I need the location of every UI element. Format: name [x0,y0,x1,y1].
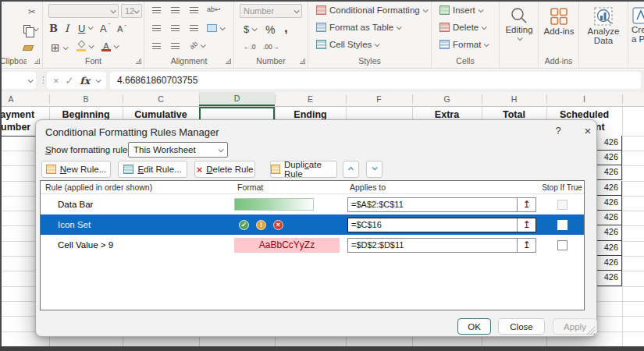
applies-cell: =$C$16↥ [347,218,540,232]
create-pdf-icon [632,6,644,25]
applies-to-input[interactable]: =$A$2:$C$11↥ [347,197,536,212]
move-up-button[interactable] [343,161,359,178]
insert-function-icon[interactable]: fx [80,75,90,87]
range-selector-button[interactable]: ↥ [517,198,535,211]
font-color-button[interactable]: A [101,41,118,51]
editing-button[interactable]: Editing [503,6,535,41]
ribbon: ✂ Clipboard 12 B I U Aˆ Aˇ ⊞ A Font ab↩ [0,0,644,69]
column-header-G[interactable]: G [412,92,482,106]
fx-dropdown-icon[interactable] [96,77,101,83]
stop-cell [540,240,584,250]
conditional-formatting-button[interactable]: Conditional Formatting [316,5,427,15]
insert-cells-button[interactable]: Insert [439,5,482,15]
applies-to-input[interactable]: =$C$16↥ [347,218,536,232]
enter-icon[interactable]: ✓ [65,75,73,87]
rule-row-3[interactable]: Cell Value > 9AaBbCcYyZz=$D$2:$D$11↥ [41,235,584,255]
underline-dropdown[interactable] [88,26,92,30]
format-icon [439,40,450,49]
number-dialog-launcher[interactable] [300,58,305,64]
align-middle-icon [171,7,180,14]
name-box[interactable] [2,72,36,89]
delete-cells-button[interactable]: Delete [439,23,486,32]
duplicate-rule-button[interactable]: Duplicate Rule [270,161,337,178]
decrease-indent-button[interactable] [152,43,161,50]
formula-input[interactable]: 4.66861860703755 [110,72,641,89]
align-center-button[interactable] [171,25,180,32]
column-header-A[interactable]: A [0,92,49,106]
analyze-data-button[interactable]: Analyze Data [585,6,621,45]
help-icon[interactable]: ? [551,125,565,139]
databar-preview [234,198,314,211]
rule-row-2[interactable]: Icon Set✓!×=$C$16↥ [41,214,584,235]
accounting-format-button[interactable]: $ [244,23,256,35]
borders-button[interactable]: ⊞ [51,41,67,54]
align-top-button[interactable] [152,7,161,14]
column-header-B[interactable]: B [49,92,123,106]
check-circle-icon: ✓ [239,220,249,230]
applies-cell: =$D$2:$D$11↥ [347,238,540,253]
cell-styles-button[interactable]: Cell Styles [316,40,379,49]
align-middle-button[interactable] [171,7,180,14]
range-selector-button[interactable]: ↥ [517,239,535,252]
number-format-combo[interactable]: Number [240,4,302,18]
new-rule-button[interactable]: New Rule... [41,161,111,178]
column-header-E[interactable]: E [275,92,346,106]
wrap-text-button[interactable]: ab↩ [207,5,221,13]
orientation-button[interactable]: ab [190,41,205,49]
increase-decimal-button[interactable]: ←.0 [244,43,256,51]
close-icon[interactable]: × [581,124,595,138]
edit-rule-button[interactable]: Edit Rule... [118,161,187,178]
scope-combo[interactable]: This Worksheet [128,142,228,158]
merge-center-button[interactable] [207,24,224,32]
format-cells-button[interactable]: Format [439,40,488,49]
rule-row-1[interactable]: Data Bar=$A$2:$C$11↥ [41,194,584,214]
font-size-combo[interactable]: 12 [121,4,142,18]
column-header-I[interactable]: I [546,92,622,106]
stop-cell [540,200,584,210]
copy-button[interactable] [23,25,37,34]
shrink-font-button[interactable]: Aˇ [117,24,126,34]
close-button[interactable]: Close [498,318,545,335]
format-painter-button[interactable] [23,45,33,51]
column-header-separator [123,94,123,104]
stop-if-true-checkbox[interactable] [557,200,568,210]
align-right-button[interactable] [190,25,198,32]
create-pdf-button[interactable]: Create a PDF [632,6,644,44]
percent-style-button[interactable]: % [265,23,275,36]
increase-indent-button[interactable] [171,43,180,50]
bold-button[interactable]: B [49,23,58,34]
cut-button[interactable]: ✂ [28,6,36,17]
alignment-dialog-launcher[interactable] [226,58,231,64]
grow-font-button[interactable]: Aˆ [100,23,110,34]
stop-if-true-checkbox[interactable] [557,220,568,230]
cell-styles-icon [316,40,326,49]
rules-table: Rule (applied in order shown) Format App… [40,180,585,310]
format-as-table-button[interactable]: Format as Table [316,23,400,32]
italic-button[interactable]: I [65,23,69,34]
column-header-F[interactable]: F [346,92,412,106]
font-name-combo[interactable] [48,4,119,18]
range-selector-button[interactable]: ↥ [517,218,535,232]
underline-button[interactable]: U [78,23,85,34]
applies-to-input[interactable]: =$D$2:$D$11↥ [347,238,536,253]
cancel-icon[interactable]: × [53,75,59,87]
delete-rule-button[interactable]: ×Delete Rule [194,161,255,178]
font-dialog-launcher[interactable] [136,58,141,64]
column-header-H[interactable]: H [482,92,546,106]
ok-button[interactable]: OK [457,318,491,335]
rule-name: Data Bar [41,200,234,209]
align-bottom-button[interactable] [190,7,198,14]
column-header-C[interactable]: C [123,92,199,106]
align-left-button[interactable] [152,25,161,32]
grid-vline [622,107,623,347]
comma-style-button[interactable]: , [284,20,288,36]
fill-color-button[interactable] [76,41,93,51]
clipboard-dialog-launcher[interactable] [34,58,40,64]
styles-group-label: Styles [308,56,431,66]
column-header-D[interactable]: D [199,92,275,106]
decrease-decimal-button[interactable]: .00→ [263,43,279,51]
move-down-button[interactable] [366,161,382,178]
addins-button[interactable]: Add-ins [543,6,575,36]
stop-if-true-checkbox[interactable] [557,240,568,250]
create-pdf-group: Create a PDF [628,0,644,68]
